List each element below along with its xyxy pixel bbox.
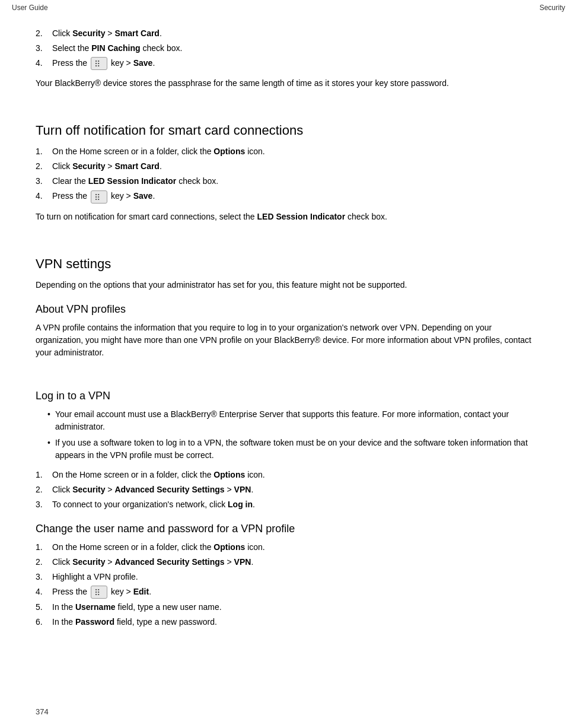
step-item: 1. On the Home screen or in a folder, cl…	[36, 145, 541, 158]
bold-text: Save	[133, 58, 153, 68]
bold-text: Options	[213, 470, 245, 479]
bullet-item: If you use a software token to log in to…	[47, 437, 541, 462]
step-number: 2.	[36, 556, 52, 568]
spacer	[36, 368, 541, 378]
step-text: Clear the LED Session Indicator check bo…	[52, 175, 218, 187]
step-item: 4. Press the key > Edit.	[36, 586, 541, 599]
log-in-heading: Log in to a VPN	[36, 390, 541, 402]
bold-text: Security	[72, 161, 105, 171]
step-number: 5.	[36, 601, 52, 613]
step-text: Select the PIN Caching check box.	[52, 42, 182, 55]
step-item: 4. Press the key > Save.	[36, 57, 541, 70]
header-right: Security	[540, 4, 565, 12]
bold-text: Smart Card	[114, 161, 159, 171]
step-number: 1.	[36, 469, 52, 481]
intro-step-list: 2. Click Security > Smart Card. 3. Selec…	[36, 27, 541, 70]
spacer	[36, 233, 541, 242]
step-text: Click Security > Advanced Security Setti…	[52, 556, 253, 568]
bold-text: LED Session Indicator	[257, 212, 346, 221]
step-item: 2. Click Security > Smart Card.	[36, 160, 541, 173]
step-text: On the Home screen or in a folder, click…	[52, 145, 265, 158]
step-number: 2.	[36, 484, 52, 496]
step-number: 3.	[36, 498, 52, 511]
step-text: On the Home screen or in a folder, click…	[52, 469, 265, 481]
log-in-bullets: Your email account must use a BlackBerry…	[47, 408, 541, 462]
step-item: 3. To connect to your organization's net…	[36, 498, 541, 511]
step-number: 6.	[36, 616, 52, 628]
spacer	[36, 99, 541, 109]
step-number: 1.	[36, 145, 52, 158]
intro-note: Your BlackBerry® device stores the passp…	[36, 77, 541, 90]
step-number: 3.	[36, 175, 52, 187]
step-item: 1. On the Home screen or in a folder, cl…	[36, 469, 541, 481]
step-number: 4.	[36, 586, 52, 598]
turn-off-step-list: 1. On the Home screen or in a folder, cl…	[36, 145, 541, 203]
change-heading: Change the user name and password for a …	[36, 523, 541, 535]
bold-text: Edit	[133, 587, 149, 596]
change-step-list: 1. On the Home screen or in a folder, cl…	[36, 541, 541, 628]
about-vpn-text: A VPN profile contains the information t…	[36, 322, 541, 359]
step-item: 2. Click Security > Advanced Security Se…	[36, 484, 541, 496]
note-after: check box.	[345, 212, 387, 221]
bold-text: Options	[213, 147, 245, 156]
step-text: Press the key > Save.	[52, 190, 155, 203]
step-item: 1. On the Home screen or in a folder, cl…	[36, 541, 541, 554]
bold-text: LED Session Indicator	[88, 176, 177, 186]
bullet-text: If you use a software token to log in to…	[55, 437, 541, 462]
step-item: 3. Clear the LED Session Indicator check…	[36, 175, 541, 187]
bullet-item: Your email account must use a BlackBerry…	[47, 408, 541, 433]
step-number: 2.	[36, 160, 52, 173]
turn-off-note: To turn on notification for smart card c…	[36, 211, 541, 223]
step-number: 1.	[36, 541, 52, 554]
bold-text: Smart Card	[114, 28, 159, 38]
bold-text: Options	[213, 542, 245, 552]
bold-text: Password	[75, 617, 114, 627]
note-before: To turn on notification for smart card c…	[36, 212, 257, 221]
bold-text: VPN	[234, 485, 251, 494]
page-number: 374	[36, 707, 49, 716]
step-text: Highlight a VPN profile.	[52, 571, 138, 583]
step-number: 2.	[36, 27, 52, 40]
bold-text: PIN Caching	[91, 43, 140, 53]
step-item: 2. Click Security > Advanced Security Se…	[36, 556, 541, 568]
header-left: User Guide	[12, 4, 48, 12]
step-text: In the Password field, type a new passwo…	[52, 616, 217, 628]
step-text: Click Security > Advanced Security Setti…	[52, 484, 253, 496]
step-text: In the Username field, type a new user n…	[52, 601, 222, 613]
bullet-text: Your email account must use a BlackBerry…	[55, 408, 541, 433]
step-text: On the Home screen or in a folder, click…	[52, 541, 265, 554]
step-item: 3. Highlight a VPN profile.	[36, 571, 541, 583]
step-text: Click Security > Smart Card.	[52, 27, 162, 40]
bold-text: Advanced Security Settings	[114, 557, 224, 567]
step-number: 3.	[36, 42, 52, 55]
step-number: 4.	[36, 190, 52, 202]
step-item: 2. Click Security > Smart Card.	[36, 27, 541, 40]
bold-text: Security	[72, 557, 105, 567]
log-in-step-list: 1. On the Home screen or in a folder, cl…	[36, 469, 541, 511]
about-vpn-heading: About VPN profiles	[36, 303, 541, 316]
bold-text: VPN	[234, 557, 251, 567]
bold-text: Username	[75, 602, 116, 612]
step-number: 4.	[36, 57, 52, 69]
bold-text: Security	[72, 485, 105, 494]
bold-text: Advanced Security Settings	[114, 485, 224, 494]
step-item: 6. In the Password field, type a new pas…	[36, 616, 541, 628]
main-content: 2. Click Security > Smart Card. 3. Selec…	[0, 15, 577, 659]
page-header: User Guide Security	[0, 0, 577, 15]
menu-key-icon	[91, 586, 107, 599]
vpn-intro: Depending on the options that your admin…	[36, 279, 541, 291]
bold-text: Security	[72, 28, 105, 38]
step-number: 3.	[36, 571, 52, 583]
menu-key-icon	[91, 57, 107, 70]
menu-key-icon	[91, 190, 107, 204]
vpn-heading: VPN settings	[36, 256, 541, 272]
step-item: 4. Press the key > Save.	[36, 190, 541, 203]
step-text: Click Security > Smart Card.	[52, 160, 162, 173]
bold-text: Log in	[228, 500, 253, 509]
turn-off-heading: Turn off notification for smart card con…	[36, 123, 541, 138]
step-text: Press the key > Save.	[52, 57, 155, 70]
bold-text: Save	[133, 191, 153, 201]
step-item: 3. Select the PIN Caching check box.	[36, 42, 541, 55]
step-text: To connect to your organization's networ…	[52, 498, 255, 511]
step-text: Press the key > Edit.	[52, 586, 151, 599]
